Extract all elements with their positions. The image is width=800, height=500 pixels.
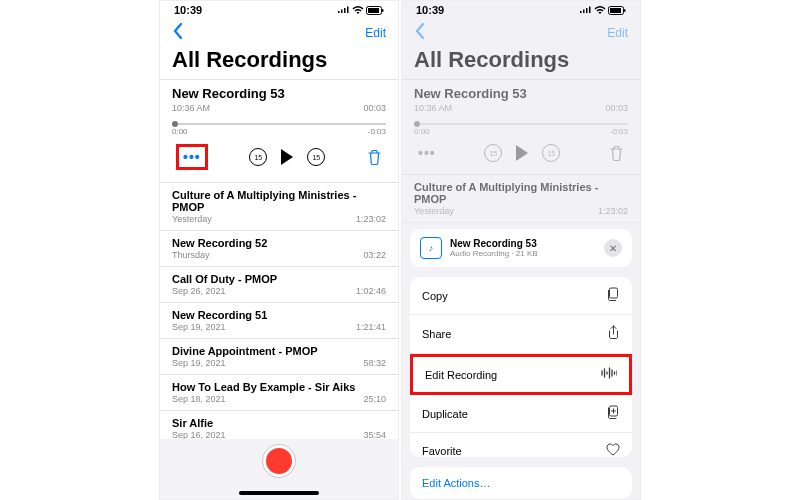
svg-rect-4: [610, 8, 621, 13]
close-sheet-button[interactable]: ✕: [604, 239, 622, 257]
svg-rect-5: [624, 9, 626, 12]
action-edit-recording[interactable]: Edit Recording: [410, 354, 632, 395]
copy-icon: [606, 287, 620, 304]
play-button[interactable]: [281, 149, 293, 165]
svg-rect-1: [368, 8, 379, 13]
scrub-end: -0:03: [368, 127, 386, 136]
home-indicator[interactable]: [239, 491, 319, 495]
heart-icon: [606, 443, 620, 457]
status-bar: 10:39: [160, 1, 398, 18]
file-thumb-icon: ♪: [420, 237, 442, 259]
delete-button: [609, 145, 624, 162]
playback-controls: ••• 15 15: [414, 136, 628, 168]
more-options-button[interactable]: •••: [183, 149, 201, 165]
list-item[interactable]: New Recording 52 Thursday03:22: [160, 231, 398, 267]
share-file-meta: Audio Recording · 21 KB: [450, 249, 596, 258]
recording-time: 10:36 AM: [414, 103, 452, 113]
skip-back-15-button[interactable]: 15: [249, 148, 267, 166]
skip-forward-15-button: 15: [542, 144, 560, 162]
list-item[interactable]: Sir Alfie Sep 16, 202135:54: [160, 411, 398, 439]
action-duplicate[interactable]: Duplicate: [410, 395, 632, 433]
playback-scrubber: [414, 123, 628, 125]
skip-forward-15-button[interactable]: 15: [307, 148, 325, 166]
record-footer: [160, 439, 398, 499]
status-icons: [579, 6, 626, 15]
screen-share-sheet: 10:39 Edit All Recordings New Recording …: [401, 0, 641, 500]
page-title: All Recordings: [402, 45, 640, 79]
share-icon: [607, 325, 620, 343]
action-copy[interactable]: Copy: [410, 277, 632, 315]
share-sheet-header: ♪ New Recording 53 Audio Recording · 21 …: [410, 229, 632, 267]
record-button[interactable]: [263, 445, 295, 477]
playback-controls: ••• 15 15: [172, 136, 386, 176]
nav-bar: Edit: [160, 18, 398, 45]
recording-duration: 00:03: [363, 103, 386, 113]
list-item[interactable]: Call Of Duty - PMOP Sep 26, 20211:02:46: [160, 267, 398, 303]
recordings-list: Culture of A Multiplying Ministries - PM…: [160, 183, 398, 439]
back-button[interactable]: [172, 22, 184, 43]
action-favorite[interactable]: Favorite: [410, 433, 632, 457]
nav-bar: Edit: [402, 18, 640, 45]
share-action-list: Copy Share Edit Recording Duplicate: [410, 277, 632, 457]
recording-title: New Recording 53: [414, 86, 628, 101]
list-item: Culture of A Multiplying Ministries - PM…: [402, 175, 640, 223]
scrub-start: 0:00: [414, 127, 430, 136]
status-time: 10:39: [174, 4, 202, 16]
svg-rect-6: [610, 288, 618, 298]
edit-button[interactable]: Edit: [365, 26, 386, 40]
recording-title: New Recording 53: [172, 86, 386, 101]
highlight-more: •••: [176, 144, 208, 170]
action-share[interactable]: Share: [410, 315, 632, 354]
delete-button[interactable]: [367, 149, 382, 166]
list-item[interactable]: New Recording 51 Sep 19, 20211:21:41: [160, 303, 398, 339]
status-time: 10:39: [416, 4, 444, 16]
status-icons: [337, 6, 384, 15]
back-button: [414, 22, 426, 43]
screen-voice-memos-list: 10:39 Edit All Recordings New Recording …: [159, 0, 399, 500]
scrub-start: 0:00: [172, 127, 188, 136]
more-options-button: •••: [418, 145, 436, 161]
svg-rect-2: [382, 9, 384, 12]
list-item[interactable]: Divine Appointment - PMOP Sep 19, 202158…: [160, 339, 398, 375]
recording-time: 10:36 AM: [172, 103, 210, 113]
play-button: [516, 145, 528, 161]
expanded-recording: New Recording 53 10:36 AM 00:03 0:00 -0:…: [160, 80, 398, 182]
duplicate-icon: [606, 405, 620, 422]
playback-scrubber[interactable]: [172, 123, 386, 125]
skip-back-15-button: 15: [484, 144, 502, 162]
share-file-name: New Recording 53: [450, 238, 596, 249]
recording-duration: 00:03: [605, 103, 628, 113]
list-item[interactable]: Culture of A Multiplying Ministries - PM…: [160, 183, 398, 231]
edit-actions-button[interactable]: Edit Actions…: [410, 467, 632, 499]
waveform-icon: [601, 367, 617, 382]
status-bar: 10:39: [402, 1, 640, 18]
expanded-recording: New Recording 53 10:36 AM 00:03 0:00 -0:…: [402, 80, 640, 174]
scrub-end: -0:03: [610, 127, 628, 136]
edit-button: Edit: [607, 26, 628, 40]
page-title: All Recordings: [160, 45, 398, 79]
list-item[interactable]: How To Lead By Example - Sir Aiks Sep 18…: [160, 375, 398, 411]
